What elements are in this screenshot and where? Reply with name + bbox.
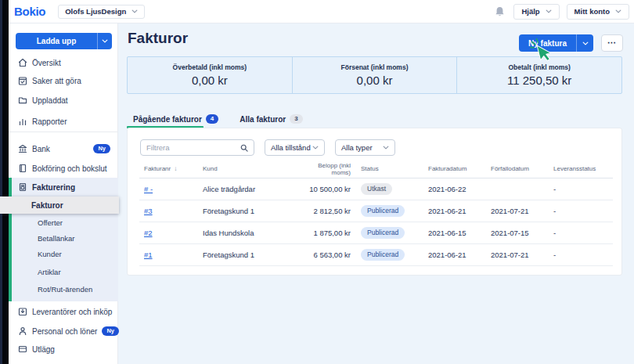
summary-value: 11 250,50 kr [507,74,571,87]
sidebar-item-uppladdat[interactable]: Uppladdat [9,92,118,109]
column-header[interactable]: Leveransstatus [553,165,613,172]
type-filter-dropdown[interactable]: Alla typer [335,139,395,156]
sidebar-item-label: Bank [32,145,50,153]
new-invoice-label: Ny faktura [519,39,576,48]
sidebar-item-label: Bokföring och bokslut [32,164,107,173]
column-header[interactable]: Belopp (inkl moms) [304,162,351,176]
amount-cell: 2 812,50 kr [304,207,351,215]
sort-descending-icon: ↓ [174,165,177,172]
sidebar-subitem-kunder[interactable]: Kunder [9,246,118,261]
sidebar-item-bank[interactable]: Bank Ny [9,140,118,157]
card-icon [18,344,27,354]
new-invoice-dropdown-toggle[interactable] [576,34,593,52]
tab-all-invoices[interactable]: Alla fakturor 3 [240,114,302,124]
summary-label: Obetalt (inkl moms) [509,63,571,71]
topbar-right: Hjälp Mitt konto [495,4,629,20]
delivery-status-cell: - [553,229,613,237]
invoice-number-link[interactable]: #1 [144,250,153,259]
status-badge: Publicerad [361,205,405,217]
search-input[interactable] [146,143,240,152]
sidebar-item-label: Saker att göra [32,77,81,85]
column-header[interactable]: Fakturadatum [428,165,491,172]
table-row[interactable]: #2 Idas Hundskola 1 875,00 kr Publicerad… [139,222,613,244]
subitem-label: Artiklar [38,268,61,276]
sidebar-item-saker-att-gora[interactable]: Saker att göra [9,72,118,89]
account-menu[interactable]: Mitt konto [567,4,629,20]
bank-icon [18,144,27,153]
new-invoice-button[interactable]: Ny faktura [519,34,593,52]
sidebar-item-oversikt[interactable]: Översikt [9,54,118,71]
chevron-down-icon [615,9,621,13]
folder-icon [18,96,27,105]
invoice-tabs: Pågående fakturor 4 Alla fakturor 3 [133,114,303,124]
type-filter-value: Alla typer [341,143,373,152]
sidebar-item-rapporter[interactable]: Rapporter [9,113,118,130]
summary-value: 0,00 kr [192,74,228,87]
sidebar-item-fakturering[interactable]: Fakturering [9,178,118,196]
amount-cell: 6 563,00 kr [304,250,351,259]
table-row[interactable]: # - Alice trädgårdar 10 500,00 kr Utkast… [139,178,613,200]
sidebar-item-utlagg[interactable]: Utlägg [9,341,118,358]
calendar-check-icon [18,76,27,85]
subitem-label: Offerter [38,218,63,227]
tab-count-badge: 4 [206,114,218,124]
main-content: Fakturor Ny faktura ⋯ Överbetald (inkl m… [118,23,634,364]
invoice-date-cell: 2021-06-21 [428,207,491,215]
sidebar-item-label: Översikt [32,59,61,67]
sidebar: Ladda upp Översikt Saker att göra Upplad… [9,23,118,364]
sidebar-subitem-artiklar[interactable]: Artiklar [9,264,118,279]
sidebar-subitem-offerter[interactable]: Offerter [9,214,118,230]
tab-ongoing-invoices[interactable]: Pågående fakturor 4 [133,114,218,124]
customer-cell: Företagskund 1 [203,250,304,259]
more-actions-button[interactable]: ⋯ [601,34,623,52]
company-selector[interactable]: Olofs LjusDesign [58,5,145,19]
upload-button[interactable]: Ladda upp [16,33,112,49]
column-header[interactable]: Kund [203,165,304,172]
table-row[interactable]: #1 Företagskund 1 6 563,00 kr Publicerad… [139,244,613,266]
status-badge: Publicerad [361,227,405,239]
sidebar-item-label: Utlägg [32,345,55,354]
column-header[interactable]: Förfallodatum [491,165,553,172]
sidebar-item-label: Rapporter [32,117,67,126]
upload-label: Ladda upp [16,37,97,45]
invoice-date-cell: 2021-06-22 [428,185,491,193]
state-filter-dropdown[interactable]: Alla tillstånd [265,139,325,156]
tab-label: Pågående fakturor [133,115,202,124]
sidebar-item-bokforing[interactable]: Bokföring och bokslut [9,160,118,177]
help-label: Hjälp [521,7,539,16]
invoice-list-card: Alla tillstånd Alla typer Fakturanr↓ Kun… [127,128,622,276]
bar-chart-icon [18,117,27,126]
filter-search[interactable] [140,139,254,156]
invoice-number-link[interactable]: #3 [144,207,153,215]
inbox-icon [18,307,27,316]
page-title: Fakturor [128,30,188,47]
invoice-number-link[interactable]: # - [144,185,153,193]
amount-cell: 10 500,00 kr [304,185,351,193]
invoice-number-link[interactable]: #2 [144,229,153,237]
summary-label: Försenat (inkl moms) [341,63,409,71]
bell-icon[interactable] [495,6,505,17]
column-header[interactable]: Status [351,165,428,172]
subitem-label: Rot/Rut-ärenden [38,285,92,294]
sidebar-subitem-fakturor-selected[interactable]: Fakturor [0,196,119,214]
sidebar-subitem-betallankar[interactable]: Betallänkar [9,230,118,246]
summary-value: 0,00 kr [357,74,393,87]
column-header[interactable]: Fakturanr↓ [144,165,203,172]
table-header: Fakturanr↓ Kund Belopp (inkl moms) Statu… [139,160,613,178]
sidebar-subitem-rot-rut[interactable]: Rot/Rut-ärenden [9,281,118,297]
book-icon [18,164,27,173]
table-row[interactable]: #3 Företagskund 1 2 812,50 kr Publicerad… [139,200,613,222]
sidebar-item-personal[interactable]: Personal och löner Ny [9,323,118,340]
summary-overpaid: Överbetald (inkl moms) 0,00 kr [128,57,292,93]
invoice-summary-bar: Överbetald (inkl moms) 0,00 kr Försenat … [127,56,622,94]
upload-dropdown-toggle[interactable] [97,33,112,49]
chevron-down-icon [102,39,108,43]
due-date-cell: 2021-07-15 [491,229,553,237]
subitem-label: Fakturor [31,201,63,210]
sidebar-item-leverantorer[interactable]: Leverantörer och inköp [9,303,118,320]
help-menu[interactable]: Hjälp [513,4,559,20]
customer-cell: Företagskund 1 [203,207,304,215]
app-window: Bokio Olofs LjusDesign Hjälp Mitt konto … [0,0,634,364]
summary-overdue: Försenat (inkl moms) 0,00 kr [292,57,457,93]
subitem-label: Kunder [38,250,62,258]
